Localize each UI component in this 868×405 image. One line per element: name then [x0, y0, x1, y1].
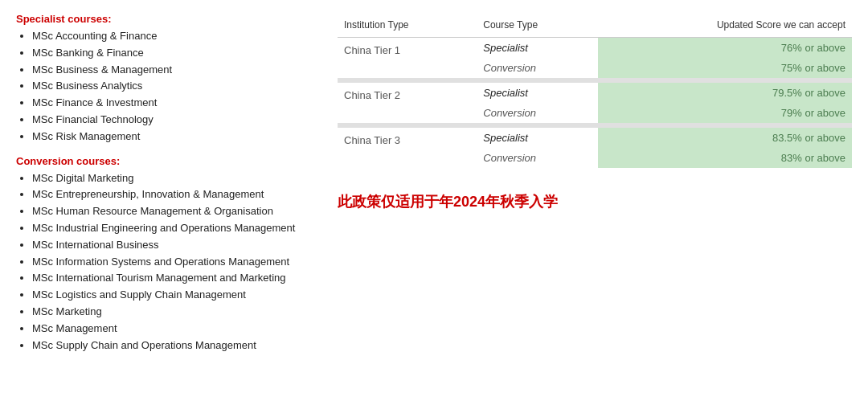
list-item: MSc Marketing: [32, 304, 313, 321]
list-item: MSc International Tourism Management and…: [32, 270, 313, 287]
col-course: Course Type: [477, 16, 598, 38]
table-row: China Tier 3Specialist83.5% or above: [338, 128, 852, 148]
specialist-course-list: MSc Accounting & FinanceMSc Banking & Fi…: [16, 28, 313, 145]
score-cell: 76% or above: [598, 38, 852, 59]
list-item: MSc Entrepreneurship, Innovation & Manag…: [32, 186, 313, 203]
list-item: MSc Business Analytics: [32, 78, 313, 95]
conversion-course-list: MSc Digital MarketingMSc Entrepreneurshi…: [16, 170, 313, 354]
list-item: MSc Business & Management: [32, 62, 313, 79]
right-panel: Institution Type Course Type Updated Sco…: [338, 13, 852, 211]
list-item: MSc Banking & Finance: [32, 45, 313, 62]
chinese-note: 此政策仅适用于年2024年秋季入学: [338, 192, 852, 211]
course-type-cell: Specialist: [477, 128, 598, 148]
specialist-title: Specialist courses:: [16, 13, 313, 25]
list-item: MSc Digital Marketing: [32, 170, 313, 187]
list-item: MSc Information Systems and Operations M…: [32, 254, 313, 271]
score-table: Institution Type Course Type Updated Sco…: [338, 16, 852, 168]
course-type-cell: Conversion: [477, 148, 598, 168]
list-item: MSc Logistics and Supply Chain Managemen…: [32, 287, 313, 304]
list-item: MSc Industrial Engineering and Operation…: [32, 220, 313, 237]
course-type-cell: Specialist: [477, 83, 598, 103]
list-item: MSc Supply Chain and Operations Manageme…: [32, 338, 313, 354]
col-score: Updated Score we can accept: [598, 16, 852, 38]
col-institution: Institution Type: [338, 16, 477, 38]
table-row: China Tier 2Specialist79.5% or above: [338, 83, 852, 103]
score-cell: 79.5% or above: [598, 83, 852, 103]
conversion-title: Conversion courses:: [16, 155, 313, 167]
list-item: MSc International Business: [32, 237, 313, 254]
score-cell: 75% or above: [598, 58, 852, 78]
list-item: MSc Management: [32, 321, 313, 338]
table-row: China Tier 1Specialist76% or above: [338, 38, 852, 59]
score-cell: 79% or above: [598, 103, 852, 123]
list-item: MSc Human Resource Management & Organisa…: [32, 203, 313, 220]
list-item: MSc Risk Management: [32, 129, 313, 145]
left-panel: Specialist courses: MSc Accounting & Fin…: [16, 13, 313, 363]
course-type-cell: Conversion: [477, 58, 598, 78]
list-item: MSc Finance & Investment: [32, 95, 313, 112]
score-cell: 83% or above: [598, 148, 852, 168]
list-item: MSc Accounting & Finance: [32, 28, 313, 45]
list-item: MSc Financial Technology: [32, 112, 313, 129]
course-type-cell: Conversion: [477, 103, 598, 123]
score-cell: 83.5% or above: [598, 128, 852, 148]
course-type-cell: Specialist: [477, 38, 598, 59]
